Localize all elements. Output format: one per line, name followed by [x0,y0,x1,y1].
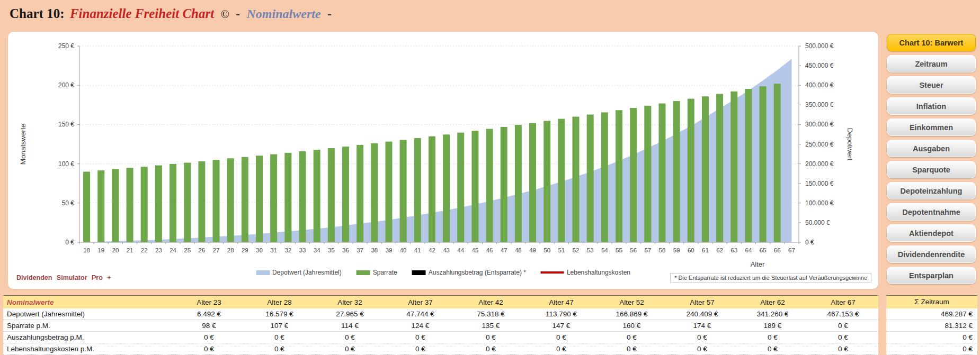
left-axis-title: Monatswerte [19,124,27,165]
legend-item-lebenshaltungskosten: Lebenshaltungskosten [541,269,630,276]
x-axis-label: 25 [184,247,191,253]
nav-button-dividendenrendite[interactable]: Dividendenrendite [887,245,976,263]
nav-button-ausgaben[interactable]: Ausgaben [887,140,976,157]
bar [371,143,378,242]
bar [385,142,392,242]
bar [112,169,119,242]
bar [573,117,580,242]
x-axis-label: 40 [400,247,407,253]
nav-button-column: Chart 10: BarwertZeitraumSteuerInflation… [887,34,976,288]
value-cell: 124 € [385,322,456,330]
value-cell: 0 € [174,333,244,341]
row-label: Depotwert (Jahresmittel) [3,310,174,318]
bar [314,150,320,242]
title-main: Finanzielle Freiheit Chart [70,6,214,21]
x-axis-label: 55 [616,247,622,253]
bar [760,86,767,242]
x-axis-label: 38 [371,247,378,253]
value-cell: 0 € [667,345,737,353]
left-axis-label: 150 € [58,121,74,128]
brand-label: Dividenden Simulator Pro + [16,274,111,281]
x-axis-label: 45 [472,247,479,253]
value-cell: 166.869 € [596,310,667,318]
column-header-alter-62: Alter 62 [737,298,808,306]
value-cell: 16.579 € [244,310,315,318]
x-axis-label: 48 [515,247,522,253]
value-cell: 0 € [596,333,667,341]
bar [414,138,421,242]
bar [155,166,162,242]
nav-button-depoteinzahlung[interactable]: Depoteinzahlung [887,182,976,199]
right-axis-label: 300.000 € [805,121,834,128]
x-axis-label: 22 [141,247,148,253]
legend-swatch-depotwert-jahresmittel [256,270,270,275]
column-header-alter-52: Alter 52 [596,298,667,306]
x-axis-label: 20 [112,247,119,253]
bar [658,103,665,242]
value-cell: 114 € [315,322,385,330]
x-axis-label: 66 [774,247,781,253]
nav-button-chart-10-barwert[interactable]: Chart 10: Barwert [887,34,976,51]
finanzielle-freiheit-chart: 0 €50 €100 €150 €200 €250 €0 €50.000 €10… [8,32,878,289]
value-cell: 160 € [596,322,667,330]
x-axis-label: 58 [659,247,666,253]
bar [673,101,680,242]
x-axis-label: 34 [314,247,320,253]
value-cell: 0 € [596,345,667,353]
value-cell: 135 € [456,322,526,330]
title-dash-1: - [236,7,240,21]
chart-panel: 0 €50 €100 €150 €200 €250 €0 €50.000 €10… [8,32,878,289]
bar [429,136,435,242]
nav-button-inflation[interactable]: Inflation [887,97,976,115]
x-axis-title: Alter [751,260,765,268]
nav-button-zeitraum[interactable]: Zeitraum [887,55,976,72]
value-cell: 0 € [737,345,808,353]
legend-swatch-lebenshaltungskosten [541,271,564,274]
right-axis-label: 200.000 € [805,160,834,168]
x-axis-label: 44 [457,247,464,253]
bar [198,161,205,242]
x-axis-label: 65 [760,247,767,253]
left-axis-label: 0 € [65,239,74,246]
legend-swatch-auszahlungsbetrag-entsparrate [412,270,426,275]
value-cell: 341.260 € [737,310,808,318]
row-label: Auszahlungsbetrag p.M. [3,333,174,341]
nav-button-depotentnahme[interactable]: Depotentnahme [887,203,976,221]
column-header-alter-67: Alter 67 [808,298,878,306]
page-title: Chart 10: Finanzielle Freiheit Chart © -… [10,6,332,24]
x-axis-label: 56 [630,247,637,253]
bar [457,133,464,242]
bar [127,168,133,242]
x-axis-label: 31 [270,247,277,253]
value-cell: 98 € [174,322,244,330]
nav-button-einkommen[interactable]: Einkommen [887,119,976,136]
column-header-alter-47: Alter 47 [526,298,596,306]
title-dash-2: - [327,7,332,21]
legend-label: Sparrate [373,269,397,276]
x-axis-label: 62 [716,247,723,253]
x-axis-label: 29 [242,247,248,253]
x-axis-label: 19 [97,247,104,253]
legend-swatch-sparrate [357,270,370,275]
nav-button-entsparplan[interactable]: Entsparplan [887,267,976,284]
nav-button-aktiendepot[interactable]: Aktiendepot [887,224,976,242]
chart-legend: Depotwert (Jahresmittel)SparrateAuszahlu… [256,269,630,276]
value-cell: 0 € [526,345,596,353]
legend-label: Depotwert (Jahresmittel) [272,269,342,276]
x-axis-label: 51 [558,247,565,253]
right-axis-title: Depotwert [846,128,854,161]
nav-button-steuer[interactable]: Steuer [887,76,976,94]
bar [83,171,90,242]
value-cell: 0 € [385,345,456,353]
value-cell: 0 € [244,345,315,353]
bar [357,145,363,242]
bar [443,134,450,242]
x-axis-label: 26 [198,247,205,253]
right-axis-label: 250.000 € [805,141,834,148]
x-axis-label: 41 [414,247,421,253]
bar [328,148,335,242]
bar [515,125,522,242]
table-header-row: NominalwerteAlter 23Alter 28Alter 32Alte… [3,296,878,308]
nav-button-sparquote[interactable]: Sparquote [887,161,976,178]
bar [141,167,148,242]
